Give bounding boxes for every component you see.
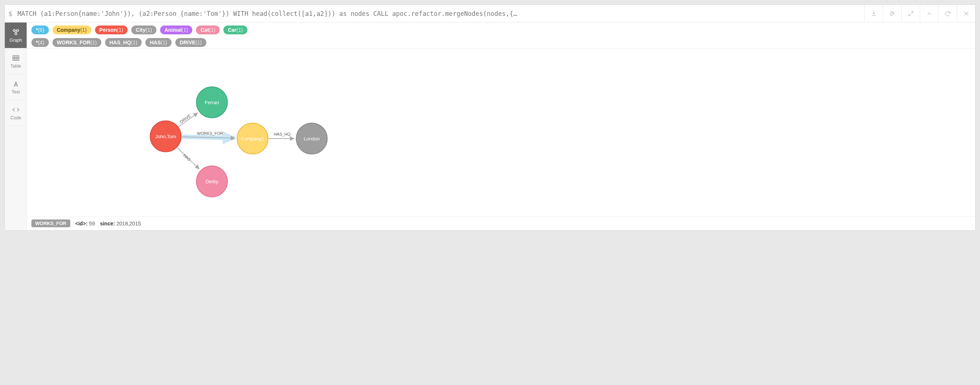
inspector-bar: WORKS_FOR <id>: 59 since: 2018,2015	[27, 216, 975, 230]
node-label-pill-company[interactable]: Company(1)	[52, 25, 91, 34]
tab-graph-label: Graph	[10, 38, 22, 43]
result-toolbar	[864, 5, 975, 22]
node-label-london: London	[304, 136, 320, 141]
tab-table-label: Table	[10, 63, 21, 69]
rel-label-pill-has[interactable]: HAS(1)	[145, 38, 172, 47]
tab-text[interactable]: Text	[5, 74, 27, 100]
query-text[interactable]: MATCH (a1:Person{name:'John'}), (a2:Pers…	[18, 10, 864, 17]
svg-rect-3	[13, 55, 19, 60]
rel-label-pill-works_for[interactable]: WORKS_FOR(1)	[52, 38, 101, 47]
node-label-pill-cat[interactable]: Cat(1)	[196, 25, 220, 34]
expand-icon[interactable]	[901, 5, 920, 22]
graph-canvas[interactable]: *(6)Company(1)Person(1)City(1)Animal(1)C…	[27, 22, 975, 230]
node-label-derby: Derby	[205, 179, 218, 184]
inspector-badge: WORKS_FOR	[32, 219, 70, 227]
node-label-john: John,Tom	[155, 134, 176, 139]
inspector-id: <id>: 59	[75, 220, 95, 227]
download-icon[interactable]	[864, 5, 883, 22]
tab-graph[interactable]: Graph	[5, 22, 27, 48]
query-bar: $ MATCH (a1:Person{name:'John'}), (a2:Pe…	[5, 5, 975, 22]
node-label-pill-person[interactable]: Person(1)	[95, 25, 128, 34]
view-tabs: Graph Table Text Code	[5, 22, 27, 230]
inspector-since: since: 2018,2015	[100, 220, 141, 227]
rerun-icon[interactable]	[938, 5, 957, 22]
node-label-ferrari: Ferrari	[205, 100, 219, 105]
result-body: Graph Table Text Code *(6)Company(1)Pers…	[5, 22, 975, 230]
prompt-symbol: $	[5, 10, 18, 17]
node-london[interactable]: London	[296, 123, 327, 154]
tab-code-label: Code	[10, 115, 21, 120]
node-label-pill-animal[interactable]: Animal(1)	[160, 25, 192, 34]
node-label-pill-*[interactable]: *(6)	[32, 25, 49, 34]
rel-label-pill-*[interactable]: *(4)	[32, 38, 49, 47]
tab-code[interactable]: Code	[5, 100, 27, 126]
edge-label-works_for: WORKS_FOR	[197, 131, 223, 136]
pin-icon[interactable]	[883, 5, 901, 22]
result-frame: $ MATCH (a1:Person{name:'John'}), (a2:Pe…	[5, 5, 975, 231]
label-pillbar: *(6)Company(1)Person(1)City(1)Animal(1)C…	[27, 22, 975, 49]
node-john[interactable]: John,Tom	[150, 121, 181, 152]
svg-point-2	[15, 33, 17, 35]
node-company[interactable]: Company1	[237, 123, 268, 154]
node-derby[interactable]: Derby	[196, 166, 228, 197]
tab-text-label: Text	[11, 89, 20, 95]
rel-label-pill-has_hq[interactable]: HAS_HQ(1)	[105, 38, 142, 47]
node-ferrari[interactable]: Ferrari	[196, 87, 228, 118]
node-label-company: Company1	[241, 136, 264, 141]
close-icon[interactable]	[957, 5, 975, 22]
graph-svg[interactable]: DRIVEHASWORKS_FORHAS_HQ John,TomFerrariD…	[27, 48, 975, 216]
rel-label-pill-drive[interactable]: DRIVE(1)	[175, 38, 206, 47]
node-label-pill-city[interactable]: City(1)	[131, 25, 156, 34]
node-label-pill-car[interactable]: Car(1)	[223, 25, 247, 34]
tab-table[interactable]: Table	[5, 48, 27, 74]
edge-label-has_hq: HAS_HQ	[274, 132, 291, 136]
collapse-up-icon[interactable]	[920, 5, 938, 22]
